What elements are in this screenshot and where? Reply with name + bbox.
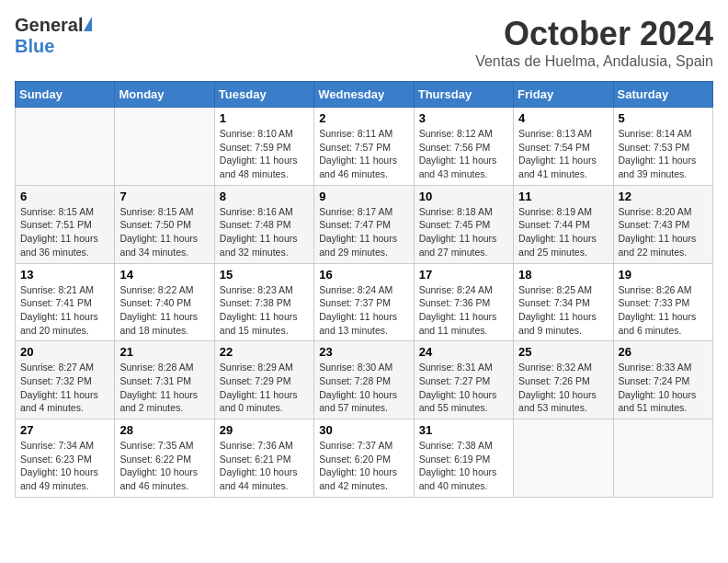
- header-tuesday: Tuesday: [214, 82, 313, 108]
- calendar-cell: 24Sunrise: 8:31 AMSunset: 7:27 PMDayligh…: [414, 341, 513, 419]
- calendar-cell: 13Sunrise: 8:21 AMSunset: 7:41 PMDayligh…: [16, 263, 115, 341]
- header-sunday: Sunday: [16, 82, 115, 108]
- day-number: 9: [319, 190, 408, 203]
- day-info: Sunrise: 7:37 AMSunset: 6:20 PMDaylight:…: [319, 439, 408, 493]
- day-info: Sunrise: 8:14 AMSunset: 7:53 PMDaylight:…: [619, 127, 708, 181]
- day-info: Sunrise: 8:32 AMSunset: 7:26 PMDaylight:…: [518, 361, 608, 415]
- header-wednesday: Wednesday: [314, 82, 414, 108]
- day-info: Sunrise: 8:30 AMSunset: 7:28 PMDaylight:…: [319, 361, 408, 415]
- calendar-cell: 20Sunrise: 8:27 AMSunset: 7:32 PMDayligh…: [16, 341, 115, 419]
- day-info: Sunrise: 8:24 AMSunset: 7:36 PMDaylight:…: [419, 283, 508, 338]
- location-title: Ventas de Huelma, Andalusia, Spain: [475, 53, 713, 70]
- day-number: 24: [419, 345, 508, 359]
- calendar-cell: 7Sunrise: 8:15 AMSunset: 7:50 PMDaylight…: [115, 185, 214, 263]
- calendar-cell: 17Sunrise: 8:24 AMSunset: 7:36 PMDayligh…: [414, 263, 513, 341]
- logo: General Blue: [15, 15, 92, 57]
- day-info: Sunrise: 8:28 AMSunset: 7:31 PMDaylight:…: [119, 361, 209, 415]
- calendar-cell: 19Sunrise: 8:26 AMSunset: 7:33 PMDayligh…: [613, 263, 712, 341]
- calendar-cell: 26Sunrise: 8:33 AMSunset: 7:24 PMDayligh…: [613, 341, 712, 419]
- day-info: Sunrise: 8:10 AMSunset: 7:59 PMDaylight:…: [220, 127, 309, 181]
- day-info: Sunrise: 8:33 AMSunset: 7:24 PMDaylight:…: [619, 361, 708, 415]
- day-info: Sunrise: 8:19 AMSunset: 7:44 PMDaylight:…: [518, 205, 608, 259]
- calendar-cell: 27Sunrise: 7:34 AMSunset: 6:23 PMDayligh…: [16, 419, 115, 498]
- day-info: Sunrise: 8:18 AMSunset: 7:45 PMDaylight:…: [419, 205, 508, 259]
- calendar-cell: 2Sunrise: 8:11 AMSunset: 7:57 PMDaylight…: [314, 108, 414, 186]
- day-info: Sunrise: 8:13 AMSunset: 7:54 PMDaylight:…: [518, 127, 608, 181]
- day-number: 17: [419, 268, 508, 282]
- day-number: 6: [20, 190, 109, 203]
- calendar-cell: 12Sunrise: 8:20 AMSunset: 7:43 PMDayligh…: [613, 185, 712, 263]
- day-number: 4: [518, 111, 608, 125]
- calendar-cell: 21Sunrise: 8:28 AMSunset: 7:31 PMDayligh…: [115, 341, 214, 419]
- day-number: 28: [119, 423, 209, 437]
- day-info: Sunrise: 8:29 AMSunset: 7:29 PMDaylight:…: [220, 361, 309, 415]
- calendar-cell: 8Sunrise: 8:16 AMSunset: 7:48 PMDaylight…: [214, 185, 313, 263]
- title-section: October 2024 Ventas de Huelma, Andalusia…: [475, 15, 713, 70]
- calendar-cell: 28Sunrise: 7:35 AMSunset: 6:22 PMDayligh…: [115, 419, 214, 498]
- calendar-header-row: SundayMondayTuesdayWednesdayThursdayFrid…: [16, 82, 713, 108]
- day-number: 7: [119, 190, 209, 203]
- day-info: Sunrise: 7:36 AMSunset: 6:21 PMDaylight:…: [220, 439, 309, 493]
- day-info: Sunrise: 8:21 AMSunset: 7:41 PMDaylight:…: [20, 283, 109, 338]
- calendar-cell: 15Sunrise: 8:23 AMSunset: 7:38 PMDayligh…: [214, 263, 313, 341]
- month-title: October 2024: [475, 15, 713, 53]
- day-info: Sunrise: 7:34 AMSunset: 6:23 PMDaylight:…: [20, 439, 109, 493]
- day-info: Sunrise: 8:20 AMSunset: 7:43 PMDaylight:…: [619, 205, 708, 259]
- day-number: 30: [319, 423, 408, 437]
- calendar-cell: 11Sunrise: 8:19 AMSunset: 7:44 PMDayligh…: [514, 185, 613, 263]
- logo-blue-text: Blue: [15, 36, 54, 57]
- day-number: 22: [220, 345, 309, 359]
- day-number: 2: [319, 111, 408, 125]
- day-info: Sunrise: 8:24 AMSunset: 7:37 PMDaylight:…: [319, 283, 408, 338]
- day-number: 21: [119, 345, 209, 359]
- day-number: 3: [419, 111, 508, 125]
- calendar-week-3: 13Sunrise: 8:21 AMSunset: 7:41 PMDayligh…: [16, 263, 713, 341]
- logo-triangle-icon: [84, 17, 92, 31]
- day-number: 18: [518, 268, 608, 282]
- header-saturday: Saturday: [613, 82, 712, 108]
- day-info: Sunrise: 8:26 AMSunset: 7:33 PMDaylight:…: [619, 283, 708, 338]
- day-number: 26: [619, 345, 708, 359]
- calendar-cell: 16Sunrise: 8:24 AMSunset: 7:37 PMDayligh…: [314, 263, 414, 341]
- day-info: Sunrise: 8:23 AMSunset: 7:38 PMDaylight:…: [220, 283, 309, 338]
- day-number: 29: [220, 423, 309, 437]
- day-number: 25: [518, 345, 608, 359]
- day-number: 19: [619, 268, 708, 282]
- day-number: 20: [20, 345, 109, 359]
- day-number: 27: [20, 423, 109, 437]
- day-number: 12: [619, 190, 708, 203]
- calendar-cell: 10Sunrise: 8:18 AMSunset: 7:45 PMDayligh…: [414, 185, 513, 263]
- calendar-cell: 1Sunrise: 8:10 AMSunset: 7:59 PMDaylight…: [214, 108, 313, 186]
- calendar-cell: 18Sunrise: 8:25 AMSunset: 7:34 PMDayligh…: [514, 263, 613, 341]
- calendar-week-2: 6Sunrise: 8:15 AMSunset: 7:51 PMDaylight…: [16, 185, 713, 263]
- calendar-cell: [115, 108, 214, 186]
- calendar-cell: 31Sunrise: 7:38 AMSunset: 6:19 PMDayligh…: [414, 419, 513, 498]
- page-header: General Blue October 2024 Ventas de Huel…: [15, 15, 713, 70]
- calendar-cell: 22Sunrise: 8:29 AMSunset: 7:29 PMDayligh…: [214, 341, 313, 419]
- day-number: 16: [319, 268, 408, 282]
- calendar-cell: 14Sunrise: 8:22 AMSunset: 7:40 PMDayligh…: [115, 263, 214, 341]
- day-info: Sunrise: 8:25 AMSunset: 7:34 PMDaylight:…: [518, 283, 608, 338]
- calendar-cell: 4Sunrise: 8:13 AMSunset: 7:54 PMDaylight…: [514, 108, 613, 186]
- day-number: 1: [220, 111, 309, 125]
- day-number: 15: [220, 268, 309, 282]
- day-info: Sunrise: 8:11 AMSunset: 7:57 PMDaylight:…: [319, 127, 408, 181]
- calendar-cell: 3Sunrise: 8:12 AMSunset: 7:56 PMDaylight…: [414, 108, 513, 186]
- day-number: 8: [220, 190, 309, 203]
- calendar-cell: 30Sunrise: 7:37 AMSunset: 6:20 PMDayligh…: [314, 419, 414, 498]
- calendar-week-1: 1Sunrise: 8:10 AMSunset: 7:59 PMDaylight…: [16, 108, 713, 186]
- calendar-cell: [613, 419, 712, 498]
- day-info: Sunrise: 7:38 AMSunset: 6:19 PMDaylight:…: [419, 439, 508, 493]
- day-number: 11: [518, 190, 608, 203]
- day-number: 14: [119, 268, 209, 282]
- day-info: Sunrise: 7:35 AMSunset: 6:22 PMDaylight:…: [119, 439, 209, 493]
- calendar-week-4: 20Sunrise: 8:27 AMSunset: 7:32 PMDayligh…: [16, 341, 713, 419]
- calendar-cell: 29Sunrise: 7:36 AMSunset: 6:21 PMDayligh…: [214, 419, 313, 498]
- day-number: 5: [619, 111, 708, 125]
- calendar-cell: [514, 419, 613, 498]
- calendar-cell: 9Sunrise: 8:17 AMSunset: 7:47 PMDaylight…: [314, 185, 414, 263]
- calendar-cell: 5Sunrise: 8:14 AMSunset: 7:53 PMDaylight…: [613, 108, 712, 186]
- calendar-cell: 23Sunrise: 8:30 AMSunset: 7:28 PMDayligh…: [314, 341, 414, 419]
- calendar-table: SundayMondayTuesdayWednesdayThursdayFrid…: [15, 81, 713, 498]
- day-info: Sunrise: 8:17 AMSunset: 7:47 PMDaylight:…: [319, 205, 408, 259]
